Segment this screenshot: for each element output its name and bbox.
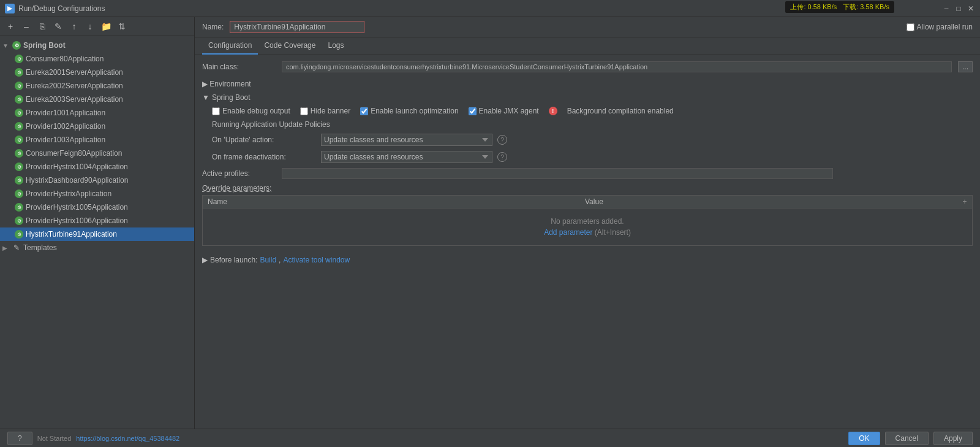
ok-button[interactable]: OK [848,432,880,445]
sidebar: + – ⎘ ✎ ↑ ↓ 📁 ⇅ ▼ ⚙ Spring Boot ⚙ Consum… [0,17,195,429]
bottom-bar: ? Not Started https://blog.csdn.net/qq_4… [0,429,980,447]
add-param-link[interactable]: Add parameter [544,228,592,237]
app-icon-5: ⚙ [15,122,23,131]
params-table-body: No parameters added. Add parameter (Alt+… [203,208,972,245]
templates-expand-arrow: ▶ [2,245,10,251]
close-button[interactable]: ✕ [967,4,975,13]
sidebar-item-provider1001[interactable]: ⚙ Provider1001Application [0,106,194,120]
enable-debug-checkbox[interactable] [212,107,220,115]
remove-config-button[interactable]: – [20,20,33,33]
add-config-button[interactable]: + [4,20,17,33]
url-bar: https://blog.csdn.net/qq_45384482 [76,435,179,442]
bg-compilation-icon: ! [549,107,557,115]
sidebar-item-consumer80[interactable]: ⚙ Consumer80Application [0,52,194,66]
config-tree: ▼ ⚙ Spring Boot ⚙ Consumer80Application … [0,36,194,257]
sort-button[interactable]: ⇅ [115,20,129,33]
name-input[interactable] [230,21,364,33]
sidebar-item-hystrix1005[interactable]: ⚙ ProviderHystrix1005Application [0,201,194,214]
update-action-help-icon[interactable]: ? [497,135,507,145]
spring-boot-section-header[interactable]: ▼ Spring Boot [202,93,973,102]
tab-code-coverage[interactable]: Code Coverage [258,37,322,55]
app-icon-7: ⚙ [15,149,23,158]
app-icon-1: ⚙ [15,68,23,77]
before-launch-row[interactable]: ▶ Before launch: Build , Activate tool w… [202,256,973,264]
sidebar-item-eureka2001[interactable]: ⚙ Eureka2001ServerApplication [0,66,194,79]
templates-label: Templates [23,243,57,252]
app-icon-3: ⚙ [15,95,23,104]
before-launch-expand-arrow: ▶ [202,256,208,264]
move-down-button[interactable]: ↓ [83,20,97,33]
maximize-button[interactable]: □ [954,4,963,13]
item-label-8: ProviderHystrix1004Application [26,162,128,171]
frame-deactivation-select[interactable]: Update classes and resources [321,151,492,163]
hide-banner-checkbox[interactable] [300,107,308,115]
title-bar-left: ▶ Run/Debug Configurations [5,4,105,13]
enable-jmx-checkbox[interactable] [469,107,477,115]
main-class-browse-button[interactable]: ... [958,61,973,72]
app-icon-6: ⚙ [15,136,23,144]
frame-deactivation-help-icon[interactable]: ? [497,152,507,162]
sidebar-item-consumerfeign[interactable]: ⚙ ConsumerFeign80Application [0,147,194,160]
folder-button[interactable]: 📁 [99,20,113,33]
app-icon-0: ⚙ [15,55,23,63]
app-icon-11: ⚙ [15,203,23,212]
sidebar-item-hystrixapp[interactable]: ⚙ ProviderHystrixApplication [0,187,194,201]
before-launch-activate-link[interactable]: Activate tool window [283,256,350,264]
environment-header[interactable]: ▶ Environment [202,77,973,91]
enable-jmx-label: Enable JMX agent [469,107,539,115]
item-label-1: Eureka2001ServerApplication [26,68,123,77]
active-profiles-input[interactable] [282,168,833,179]
no-params-text: No parameters added. [551,217,624,226]
item-label-13: HystrixTurbine91Application [26,230,117,239]
active-profiles-label: Active profiles: [202,169,276,178]
copy-config-button[interactable]: ⎘ [36,20,49,33]
bg-compilation-label: Background compilation enabled [567,107,674,115]
upload-speed: 上传: 0.58 KB/s [790,2,837,12]
update-action-row: On 'Update' action: Update classes and r… [212,134,973,146]
network-status: 上传: 0.58 KB/s 下载: 3.58 KB/s [785,1,894,13]
params-table: Name Value + No parameters added. Add pa… [202,195,973,246]
spring-boot-section-label: Spring Boot [212,93,251,102]
spring-boot-group-icon: ⚙ [12,41,21,50]
sidebar-item-hystrix1004[interactable]: ⚙ ProviderHystrix1004Application [0,160,194,174]
before-launch-build-link[interactable]: Build [260,256,276,264]
app-icon-9: ⚙ [15,176,23,185]
sidebar-item-provider1002[interactable]: ⚙ Provider1002Application [0,120,194,133]
params-value-header: Value [580,196,957,208]
move-up-button[interactable]: ↑ [67,20,81,33]
help-button[interactable]: ? [7,432,32,445]
cancel-button[interactable]: Cancel [885,432,929,445]
update-action-select[interactable]: Update classes and resources [321,134,492,146]
allow-parallel-checkbox[interactable] [907,23,914,31]
section-collapse-arrow: ▼ [202,93,209,102]
sidebar-item-eureka2002[interactable]: ⚙ Eureka2002ServerApplication [0,79,194,93]
params-table-header: Name Value + [203,196,972,208]
add-param-shortcut: (Alt+Insert) [595,228,631,237]
spring-boot-section: ▼ Spring Boot Enable debug output Hide b… [202,93,973,163]
add-param-header-button[interactable]: + [957,196,972,208]
minimize-button[interactable]: – [942,4,951,13]
tab-configuration[interactable]: Configuration [202,37,258,55]
sidebar-item-eureka2003[interactable]: ⚙ Eureka2003ServerApplication [0,93,194,106]
main-class-input[interactable] [282,61,952,72]
update-action-label: On 'Update' action: [212,136,316,144]
group-expand-arrow: ▼ [2,42,10,49]
templates-item[interactable]: ▶ ✎ Templates [0,241,194,254]
item-label-6: Provider1003Application [26,136,105,144]
edit-config-button[interactable]: ✎ [51,20,65,33]
enable-launch-checkbox[interactable] [360,107,368,115]
name-row: Name: Allow parallel run [195,17,980,37]
apply-button[interactable]: Apply [933,432,973,445]
sidebar-item-dashboard90[interactable]: ⚙ HystrixDashboard90Application [0,174,194,187]
tab-logs[interactable]: Logs [322,37,350,55]
enable-launch-label: Enable launch optimization [360,107,458,115]
sidebar-item-hystrix1006[interactable]: ⚙ ProviderHystrix1006Application [0,214,194,227]
sidebar-item-provider1003[interactable]: ⚙ Provider1003Application [0,133,194,147]
sidebar-item-turbine91[interactable]: ⚙ HystrixTurbine91Application [0,227,194,241]
bottom-right: OK Cancel Apply [848,432,973,445]
content-area: Name: Allow parallel run Configuration C… [195,17,980,429]
spring-boot-group[interactable]: ▼ ⚙ Spring Boot [0,39,194,52]
app-icon-13: ⚙ [15,230,23,239]
enable-debug-label: Enable debug output [212,107,290,115]
add-param-row: Add parameter (Alt+Insert) [544,228,631,237]
